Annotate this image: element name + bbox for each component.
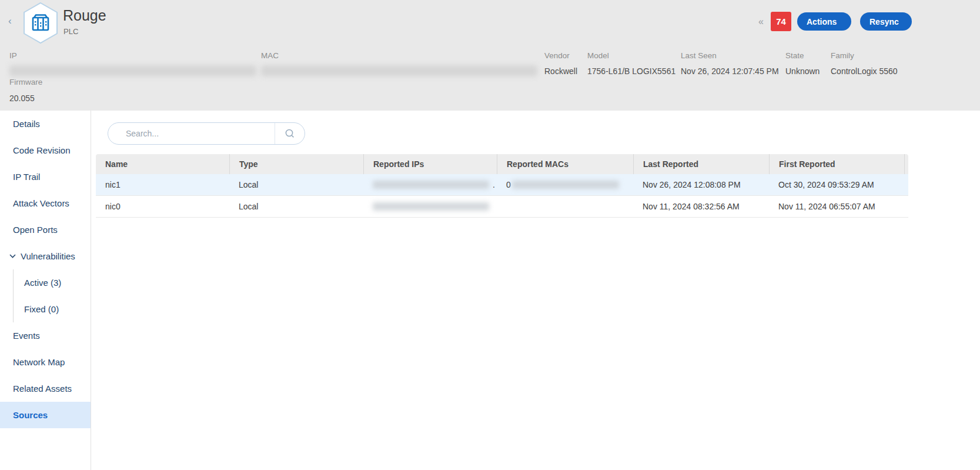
cell-reported-macs: 0 [497,174,633,195]
sidebar-item-label: Attack Vectors [13,198,69,208]
sidebar-item-ip-trail[interactable]: IP Trail [0,164,91,190]
vendor-label: Vendor [544,51,570,60]
sidebar-item-label: IP Trail [13,172,40,182]
redacted-ip-value [373,181,489,189]
asset-sidebar-nav: Details Code Revision IP Trail Attack Ve… [0,111,91,470]
table-header-row: Name Type Reported IPs Reported MACs Las… [96,154,908,174]
cell-type: Local [229,174,363,195]
cell-first-reported: Oct 30, 2024 09:53:29 AM [769,174,904,195]
resync-button[interactable]: Resync [860,12,912,31]
page-title: Rouge [63,7,106,24]
column-header-filler [904,154,908,174]
sidebar-item-active-vulnerabilities[interactable]: Active (3) [14,269,91,296]
firmware-value: 20.055 [9,94,35,103]
chevron-down-icon [9,254,16,258]
search-input[interactable] [108,123,275,144]
sidebar-item-fixed-vulnerabilities[interactable]: Fixed (0) [14,296,91,322]
model-value: 1756-L61/B LOGIX5561 [587,66,675,76]
cell-first-reported: Nov 11, 2024 06:55:07 AM [769,196,904,217]
cell-last-reported: Nov 11, 2024 08:32:56 AM [633,196,769,217]
cell-reported-macs [497,196,633,217]
sidebar-item-label: Related Assets [13,384,72,394]
sidebar-item-open-ports[interactable]: Open Ports [0,216,91,243]
column-header-reported-ips[interactable]: Reported IPs [363,154,497,174]
sidebar-item-label: Details [13,119,40,129]
sidebar-item-label: Active (3) [24,278,61,288]
sidebar-item-label: Sources [13,410,48,420]
search-box [108,122,305,145]
sidebar-item-label: Code Revision [13,145,71,155]
sidebar-item-events[interactable]: Events [0,322,91,349]
sources-table: Name Type Reported IPs Reported MACs Las… [96,154,908,218]
cell-reported-ips: . [363,174,497,195]
sidebar-item-attack-vectors[interactable]: Attack Vectors [0,190,91,216]
column-header-first-reported[interactable]: First Reported [769,154,904,174]
last-seen-label: Last Seen [681,51,717,60]
mac-label: MAC [261,51,279,60]
sidebar-item-label: Vulnerabilities [21,251,75,261]
family-label: Family [831,51,854,60]
cell-filler [904,174,908,195]
sidebar-item-sources[interactable]: Sources [0,402,91,428]
ip-label: IP [9,51,17,60]
cell-name: nic1 [96,174,229,195]
ip-suffix: . [493,180,495,189]
table-row[interactable]: nic0 Local Nov 11, 2024 08:32:56 AM Nov … [96,196,908,218]
sidebar-item-code-revision[interactable]: Code Revision [0,137,91,164]
sidebar-item-network-map[interactable]: Network Map [0,349,91,375]
cell-reported-ips [363,196,497,217]
column-header-last-reported[interactable]: Last Reported [633,154,769,174]
sidebar-item-related-assets[interactable]: Related Assets [0,375,91,402]
mac-prefix: 0 [506,180,511,189]
last-seen-value: Nov 26, 2024 12:07:45 PM [681,66,779,76]
sidebar-item-label: Open Ports [13,225,58,235]
redacted-ip-value [373,202,489,211]
alert-count-badge[interactable]: 74 [771,12,791,31]
column-header-type[interactable]: Type [229,154,363,174]
sources-panel: Name Type Reported IPs Reported MACs Las… [91,111,980,470]
mac-value-redacted [261,65,537,76]
asset-type-label: PLC [63,27,78,36]
vendor-value: Rockwell [544,66,577,76]
search-icon-button[interactable] [275,123,305,144]
collapse-panel-icon[interactable]: « [758,16,762,27]
search-icon [285,128,295,139]
firmware-label: Firmware [9,78,42,86]
back-chevron-icon[interactable]: ‹ [8,15,12,27]
ip-value-redacted [9,65,256,76]
redacted-mac-value [512,181,619,189]
table-row[interactable]: nic1 Local . 0 Nov 26, 2024 12:08:08 PM … [96,174,908,196]
resync-button-label: Resync [869,17,899,26]
sidebar-item-vulnerabilities[interactable]: Vulnerabilities [0,243,91,269]
actions-button[interactable]: Actions [797,12,851,31]
model-label: Model [587,51,609,60]
sidebar-item-label: Network Map [13,357,65,367]
cell-filler [904,196,908,217]
chevron-down-icon [841,20,842,24]
state-value: Unknown [785,66,820,76]
sidebar-item-details[interactable]: Details [0,111,91,137]
cell-last-reported: Nov 26, 2024 12:08:08 PM [633,174,769,195]
column-header-name[interactable]: Name [96,154,229,174]
vulnerabilities-subitems: Active (3) Fixed (0) [13,269,91,322]
asset-type-icon [21,2,60,44]
actions-button-label: Actions [807,17,837,26]
column-header-reported-macs[interactable]: Reported MACs [497,154,633,174]
asset-header: ‹ Rouge PLC « 74 Actions Resync IP [0,0,980,111]
cell-name: nic0 [96,196,229,217]
sidebar-item-label: Events [13,331,40,341]
family-value: ControlLogix 5560 [831,66,898,76]
state-label: State [785,51,804,60]
sidebar-item-label: Fixed (0) [24,304,59,314]
cell-type: Local [229,196,363,217]
